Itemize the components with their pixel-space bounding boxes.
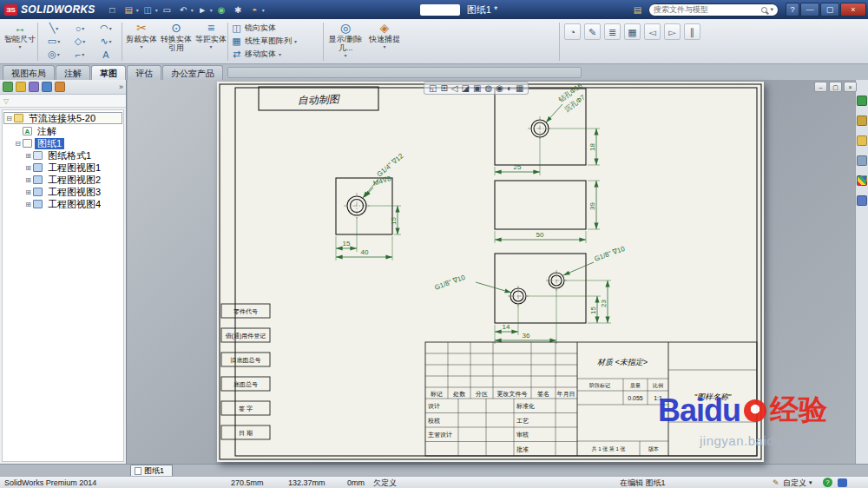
tab-evaluate[interactable]: 评估 <box>127 65 161 80</box>
tree-item-annotations[interactable]: 注解 <box>3 125 123 137</box>
smart-dimension-button[interactable]: ↔ 智能尺寸 ▾ <box>3 21 36 63</box>
mirror-entities-button[interactable]: ◫ 镜向实体 <box>231 22 319 35</box>
file-properties-icon[interactable]: ✱ <box>231 3 246 17</box>
file-explorer-icon[interactable] <box>857 135 867 146</box>
expand-icon[interactable]: ⊞ <box>23 176 33 184</box>
convert-entities-button[interactable]: ⊙ 转换实体引用 <box>160 21 193 63</box>
quick-snaps-button[interactable]: ◈ 快速捕捉 ▾ <box>368 21 401 63</box>
collapse-icon[interactable]: ⊟ <box>4 115 14 122</box>
view-orientation-icon[interactable]: ▣ <box>473 82 481 94</box>
undo-icon[interactable]: ↶ <box>176 3 191 17</box>
maximize-button[interactable]: ▢ <box>820 3 839 16</box>
options-icon[interactable]: ◓ <box>247 3 262 17</box>
doc-close-icon[interactable]: × <box>844 82 857 92</box>
hide-show-items-icon[interactable]: ◉ <box>496 82 503 94</box>
configurationmanager-tab-icon[interactable] <box>29 82 39 92</box>
ime-indicator-icon[interactable] <box>838 478 847 487</box>
dim-14-view4[interactable]: 14 <box>495 305 518 335</box>
dim-23-view4[interactable]: 23 <box>565 280 611 323</box>
zoom-area-icon[interactable]: ⊞ <box>440 82 447 94</box>
sheet-tab[interactable]: 图纸1 <box>130 465 173 476</box>
zoom-fit-icon[interactable]: ◱ <box>429 82 437 94</box>
trim-entities-button[interactable]: ✂ 剪裁实体 ▾ <box>125 21 158 63</box>
offset-entities-button[interactable]: ≡ 等距实体 ▾ <box>194 21 227 63</box>
callout-g18-right[interactable]: G1/8" ∇10 <box>563 245 627 275</box>
expand-icon[interactable]: ⊞ <box>23 201 33 208</box>
previous-view-icon[interactable]: ◁ <box>451 82 458 94</box>
select-icon[interactable]: ► <box>195 3 210 17</box>
polygon-tool-icon[interactable]: ◇▾ <box>67 35 93 48</box>
open-icon[interactable]: ▤ <box>122 3 136 17</box>
tab-office-products[interactable]: 办公室产品 <box>162 65 223 80</box>
display-delete-relations-button[interactable]: ◎ 显示/删除几... ▾ <box>327 21 364 63</box>
print-icon[interactable]: ▭ <box>160 3 174 17</box>
dim-18-view2[interactable]: 18 <box>549 129 600 165</box>
dim-15-view4[interactable]: 15 <box>527 296 601 323</box>
sheet-note[interactable]: 自动制图 <box>259 87 378 110</box>
tree-item-sheet1[interactable]: ⊟ 图纸1 <box>3 137 123 149</box>
customize-menu[interactable]: 自定义 <box>783 478 806 488</box>
spline-tool-icon[interactable]: ∿▾ <box>93 35 119 48</box>
callout-g18-left[interactable]: G1/8" ∇10 <box>434 274 511 293</box>
line-tool-icon[interactable]: ╲▾ <box>41 22 67 35</box>
dimxpertmanager-tab-icon[interactable] <box>42 82 52 92</box>
dim-25-view2[interactable]: 25 <box>495 137 540 175</box>
tab-annotation[interactable]: 注解 <box>56 65 90 80</box>
dim-39-view3[interactable]: 39 <box>588 181 600 229</box>
tree-item-drawing-view1[interactable]: ⊞ 工程图视图1 <box>3 162 123 174</box>
dim-15-vertical-view1[interactable]: 15 <box>366 206 401 234</box>
appearance-icon[interactable]: ◔ <box>564 23 581 40</box>
doc-restore-icon[interactable]: ▢ <box>829 82 842 92</box>
tree-item-sheet-format1[interactable]: ⊞ 图纸格式1 <box>3 149 123 162</box>
search-icon[interactable] <box>761 7 767 13</box>
close-button[interactable]: × <box>840 3 866 16</box>
options-dropdown-icon[interactable]: ▾ <box>262 7 265 13</box>
help-button[interactable]: ? <box>786 3 799 16</box>
custom-properties-icon[interactable] <box>857 195 867 206</box>
solidworks-resources-icon[interactable] <box>857 96 867 106</box>
tab-view-layout[interactable]: 视图布局 <box>3 65 55 80</box>
appearances-icon[interactable] <box>857 175 867 186</box>
dim-50-view3[interactable]: 50 <box>495 231 586 243</box>
tree-item-drawing-view2[interactable]: ⊞ 工程图视图2 <box>3 174 123 186</box>
arc-tool-icon[interactable]: ◠▾ <box>93 22 119 35</box>
edit-color-icon[interactable]: ✎ <box>584 23 601 40</box>
move-entities-button[interactable]: ⇄ 移动实体▾ <box>231 48 319 61</box>
doc-minimize-icon[interactable]: ‒ <box>814 82 827 92</box>
linear-sketch-pattern-button[interactable]: ▦ 线性草图阵列▾ <box>231 35 319 48</box>
save-icon[interactable]: ◫ <box>141 3 155 17</box>
collapse-icon[interactable]: ⊟ <box>13 140 23 148</box>
align-right-icon[interactable]: ▻ <box>664 23 681 40</box>
circle-tool-icon[interactable]: ○▾ <box>67 22 93 35</box>
tree-item-drawing-view4[interactable]: ⊞ 工程图视图4 <box>3 198 123 210</box>
design-library-icon[interactable] <box>857 115 867 126</box>
panel-expand-icon[interactable]: » <box>119 82 123 91</box>
undo-dropdown-icon[interactable]: ▾ <box>191 7 194 13</box>
search-folder-icon[interactable]: ▤ <box>630 3 645 17</box>
quick-snaps-dropdown-icon[interactable]: ▾ <box>383 43 385 49</box>
propertymanager-tab-icon[interactable] <box>16 82 26 92</box>
callout-g14-thread[interactable]: G1/4" ∇12 <box>363 152 405 198</box>
smart-dimension-dropdown-icon[interactable]: ▾ <box>18 43 21 49</box>
apply-scene-icon[interactable]: ▦ <box>516 82 523 94</box>
drawing-sheet[interactable]: 自动制图 G1/4" ∇12 M4∇8 15 <box>217 82 764 462</box>
offset-dropdown-icon[interactable]: ▾ <box>209 43 212 49</box>
featuremanager-tab-icon[interactable] <box>3 82 13 92</box>
section-view-icon[interactable]: ◪ <box>462 82 470 94</box>
grid-snap-icon[interactable]: ▦ <box>624 23 641 40</box>
drawing-view-4[interactable] <box>495 254 586 323</box>
open-dropdown-icon[interactable]: ▾ <box>136 7 139 13</box>
status-help-icon[interactable]: ? <box>823 478 832 487</box>
ellipse-tool-icon[interactable]: ◎▾ <box>41 48 67 61</box>
line-format-icon[interactable]: ≣ <box>604 23 621 40</box>
new-document-icon[interactable]: □ <box>105 3 120 17</box>
trim-dropdown-icon[interactable]: ▾ <box>140 43 142 49</box>
rebuild-icon[interactable]: ◉ <box>214 3 229 17</box>
tab-sketch[interactable]: 草图 <box>91 65 126 80</box>
parallel-lines-icon[interactable]: ∥ <box>684 23 700 40</box>
expand-icon[interactable]: ⊞ <box>23 152 33 160</box>
expand-icon[interactable]: ⊞ <box>23 164 33 172</box>
minimize-button[interactable]: — <box>800 3 819 16</box>
text-tool-icon[interactable]: A <box>93 48 119 61</box>
rectangle-tool-icon[interactable]: ▭▾ <box>41 35 67 48</box>
